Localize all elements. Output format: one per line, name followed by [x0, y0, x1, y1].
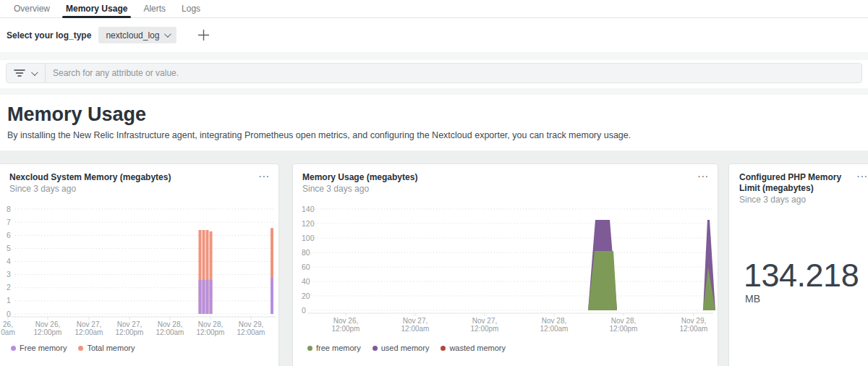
svg-text:3: 3: [7, 270, 11, 278]
svg-text:20: 20: [302, 291, 310, 300]
svg-text:26,0am: 26,0am: [1, 320, 14, 336]
legend-dot-icon: [11, 346, 16, 351]
svg-text:Nov 29,12:00am: Nov 29,12:00am: [237, 320, 265, 336]
legend-label: wasted memory: [449, 344, 506, 352]
legend-label: used memory: [381, 344, 430, 352]
legend-item[interactable]: free memory: [307, 344, 361, 352]
svg-text:0: 0: [302, 306, 306, 315]
svg-text:Nov 26,12:00pm: Nov 26,12:00pm: [332, 317, 360, 333]
plus-icon: [197, 29, 210, 41]
legend-item[interactable]: Free memory: [11, 344, 67, 352]
card-nexcloud-system-memory: Nexcloud System Memory (megabytes) Since…: [0, 163, 279, 366]
card-subtitle: Since 3 days ago: [302, 184, 706, 194]
svg-text:100: 100: [302, 234, 315, 242]
log-type-label: Select your log_type: [7, 30, 91, 41]
svg-text:2: 2: [7, 283, 11, 291]
log-type-dropdown[interactable]: nextcloud_log: [98, 27, 176, 43]
legend-dot-icon: [307, 346, 312, 351]
card-menu-button[interactable]: ...: [856, 169, 868, 179]
search-input[interactable]: [46, 68, 861, 78]
legend-item[interactable]: wasted memory: [441, 344, 506, 352]
svg-text:40: 40: [302, 277, 310, 286]
tab-bar: Overview Memory Usage Alerts Logs: [0, 0, 868, 18]
svg-text:Nov 28,12:00am: Nov 28,12:00am: [540, 317, 569, 333]
area-chart-plot: 020406080100120140Nov 26,12:00pmNov 27,1…: [293, 203, 718, 342]
svg-text:Nov 27,12:00pm: Nov 27,12:00pm: [471, 317, 499, 333]
legend-item[interactable]: used memory: [373, 344, 430, 352]
svg-text:140: 140: [302, 205, 315, 213]
legend-dot-icon: [441, 346, 446, 351]
legend-label: Free memory: [20, 344, 67, 352]
add-log-type-button[interactable]: [194, 26, 213, 45]
section-divider: [0, 52, 868, 60]
svg-text:8: 8: [7, 205, 11, 213]
card-subtitle: Since 3 days ago: [9, 184, 267, 194]
card-subtitle: Since 3 days ago: [739, 195, 846, 205]
card-title: Nexcloud System Memory (megabytes): [9, 172, 267, 183]
legend-label: Total memory: [87, 344, 135, 352]
svg-text:80: 80: [302, 248, 310, 257]
svg-text:Nov 28,12:00am: Nov 28,12:00am: [156, 320, 184, 336]
svg-text:6: 6: [7, 231, 11, 239]
card-title: Configured PHP Memory Limit (megabytes): [739, 172, 846, 194]
search-bar: [6, 63, 862, 83]
chart-legend: Free memoryTotal memory: [11, 344, 135, 352]
svg-text:7: 7: [7, 218, 11, 226]
svg-text:Nov 29,12:00am: Nov 29,12:00am: [680, 317, 708, 333]
filter-menu-button[interactable]: [7, 64, 45, 82]
svg-text:5: 5: [7, 244, 11, 252]
legend-label: free memory: [316, 344, 361, 352]
legend-item[interactable]: Total memory: [78, 344, 135, 352]
billboard-unit: MB: [745, 293, 760, 305]
card-php-memory-limit: Configured PHP Memory Limit (megabytes) …: [728, 163, 868, 366]
chevron-down-icon: [164, 30, 171, 38]
svg-text:4: 4: [7, 257, 11, 265]
page-description: By installing the New Relic Infrastructu…: [7, 130, 631, 140]
tab-memory-usage[interactable]: Memory Usage: [58, 0, 135, 17]
log-type-value: nextcloud_log: [106, 30, 159, 41]
chevron-down-icon: [31, 69, 38, 76]
section-divider: [0, 88, 868, 95]
legend-dot-icon: [373, 346, 378, 351]
tab-overview[interactable]: Overview: [6, 0, 58, 17]
log-type-row: Select your log_type nextcloud_log: [0, 18, 868, 52]
svg-text:Nov 28,12:00pm: Nov 28,12:00pm: [197, 320, 225, 336]
tab-alerts[interactable]: Alerts: [135, 0, 174, 17]
svg-text:120: 120: [302, 219, 315, 228]
svg-text:0: 0: [7, 310, 11, 318]
filter-icon: [14, 69, 25, 77]
chart-legend: free memoryused memorywasted memory: [307, 344, 506, 352]
page-title: Memory Usage: [7, 103, 146, 126]
svg-text:60: 60: [302, 263, 310, 271]
bar-chart-plot: 01234567826,0amNov 26,12:00pmNov 27,12:0…: [0, 203, 279, 342]
svg-text:Nov 27,12:00am: Nov 27,12:00am: [401, 317, 430, 333]
card-menu-button[interactable]: ...: [697, 169, 709, 179]
card-title: Memory Usage (megabytes): [302, 172, 706, 183]
tab-logs[interactable]: Logs: [174, 0, 208, 17]
card-memory-usage: Memory Usage (megabytes) Since 3 days ag…: [292, 163, 718, 366]
legend-dot-icon: [78, 346, 83, 351]
svg-text:1: 1: [7, 296, 11, 305]
svg-text:Nov 28,12:00pm: Nov 28,12:00pm: [610, 317, 638, 333]
dashboard-canvas: Nexcloud System Memory (megabytes) Since…: [0, 150, 868, 366]
svg-text:Nov 26,12:00pm: Nov 26,12:00pm: [34, 320, 62, 336]
svg-text:Nov 27,12:00pm: Nov 27,12:00pm: [116, 320, 144, 336]
billboard-value: 134.218: [744, 257, 859, 294]
svg-text:Nov 27,12:00am: Nov 27,12:00am: [75, 320, 103, 336]
card-menu-button[interactable]: ...: [258, 169, 270, 179]
